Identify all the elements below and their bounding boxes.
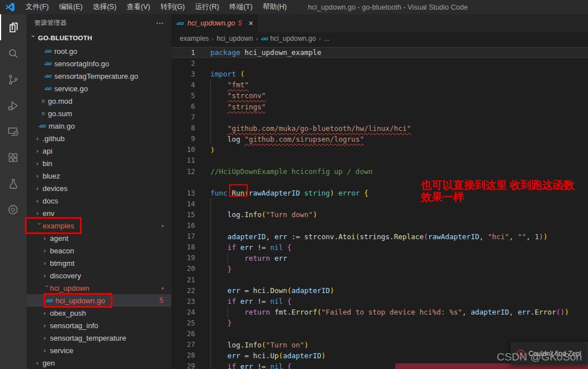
line-number: 13 [171, 189, 195, 197]
tree-item-sensortag_temperature[interactable]: ›sensortag_temperature [27, 332, 171, 344]
code-line-2[interactable]: 2 [171, 58, 588, 69]
menu-s[interactable]: 选择(S) [88, 2, 122, 12]
tree-item-gen[interactable]: ›gen [27, 357, 171, 369]
breadcrumb-item-hci_updown[interactable]: hci_updown [217, 35, 253, 43]
tree-item-go.mod[interactable]: ≡go.mod [27, 95, 171, 107]
search-icon[interactable] [0, 40, 27, 66]
chevron-right-icon: › [36, 160, 43, 167]
code-editor[interactable]: 1package hci_updown_example23import (4 "… [171, 45, 588, 369]
tree-item-obex_push[interactable]: ›obex_push [27, 307, 171, 319]
menu-g[interactable]: 转到(G) [155, 2, 190, 12]
tree-item-label: obex_push [50, 309, 86, 317]
tree-item-bin[interactable]: ›bin [27, 157, 171, 169]
tab-hci-updown[interactable]: -GO hci_updown.go 5 ✕ [171, 14, 258, 32]
code-line-19[interactable]: 19 return err [171, 253, 588, 264]
code-line-15[interactable]: 15 log.Info("Turn down") [171, 209, 588, 220]
explorer-actions-icon[interactable]: ⋯ [156, 18, 164, 27]
tree-item-env[interactable]: ›env [27, 207, 171, 219]
tree-item-beacon[interactable]: ›beacon [27, 244, 171, 257]
code-line-22[interactable]: 22 err = hci.Down(adapterID) [171, 285, 588, 296]
chevron-down-icon: › [44, 285, 50, 291]
tree-item-examples[interactable]: ›examples● [27, 219, 171, 232]
line-number: 16 [171, 222, 195, 230]
line-number: 10 [171, 146, 195, 154]
source-control-icon[interactable] [0, 66, 27, 92]
code-text: "strconv" [210, 91, 266, 100]
code-line-25[interactable]: 25 } [171, 317, 588, 328]
code-line-1[interactable]: 1package hci_updown_example [171, 47, 588, 58]
tree-item-docs[interactable]: ›docs [27, 194, 171, 207]
tree-item-discovery[interactable]: ›discovery [27, 269, 171, 282]
code-line-23[interactable]: 23 if err != nil { [171, 296, 588, 307]
breadcrumb-item-hci_updown.go[interactable]: hci_updown.go [270, 35, 316, 43]
code-line-4[interactable]: 4 "fmt" [171, 79, 588, 90]
tree-item-sensortag_info[interactable]: ›sensortag_info [27, 319, 171, 332]
code-line-12[interactable]: 12//HciUpDownExample hciconfig up / down [171, 166, 588, 177]
menu-e[interactable]: 编辑(E) [54, 2, 88, 12]
chevron-right-icon: › [44, 273, 50, 279]
tree-item-label: bin [43, 159, 52, 168]
tree-item-sensortagTemperature.go[interactable]: -GOsensortagTemperature.go [27, 70, 171, 82]
code-line-6[interactable]: 6 "strings" [171, 101, 588, 112]
tree-item-main.go[interactable]: -GOmain.go [27, 120, 171, 132]
line-number: 7 [171, 113, 195, 121]
tree-item-go.sum[interactable]: ≡go.sum [27, 107, 171, 120]
indent-guide [227, 307, 228, 317]
tree-item-service.go[interactable]: -GOservice.go [27, 82, 171, 95]
workspace-root[interactable]: › GO-BLUETOOTH [27, 31, 171, 45]
link-extension-icon[interactable] [0, 197, 27, 223]
code-lines: 1package hci_updown_example23import (4 "… [171, 47, 588, 369]
tree-item-root.go[interactable]: -GOroot.go [27, 45, 171, 57]
menu-f[interactable]: 文件(F) [20, 2, 54, 12]
tab-error-count: 5 [238, 19, 242, 27]
menu-h[interactable]: 帮助(H) [257, 2, 291, 12]
line-number: 15 [171, 211, 195, 219]
explorer-icon[interactable] [0, 14, 27, 40]
run-debug-icon[interactable] [0, 92, 27, 118]
tree-item-btmgmt[interactable]: ›btmgmt [27, 257, 171, 269]
tree-item-label: beacon [50, 247, 74, 255]
line-number: 27 [171, 341, 195, 349]
breadcrumb-item-...[interactable]: ... [324, 35, 329, 43]
code-line-5[interactable]: 5 "strconv" [171, 90, 588, 101]
breadcrumb-item-examples[interactable]: examples [180, 35, 209, 43]
code-line-26[interactable]: 26 [171, 328, 588, 339]
line-number: 26 [171, 330, 195, 338]
chevron-right-icon: › [44, 310, 50, 316]
tree-item-hci_updown.go[interactable]: -GOhci_updown.go5 [27, 294, 171, 307]
code-line-11[interactable]: 11 [171, 155, 588, 166]
code-text: //HciUpDownExample hciconfig up / down [210, 167, 373, 176]
menu-v[interactable]: 查看(V) [121, 2, 155, 12]
tree-item-agent[interactable]: ›agent [27, 232, 171, 244]
code-line-3[interactable]: 3import ( [171, 69, 588, 79]
code-line-7[interactable]: 7 [171, 112, 588, 123]
code-text: return err [210, 254, 287, 262]
vscode-logo-icon[interactable] [5, 2, 15, 12]
testing-icon[interactable] [0, 171, 27, 197]
tree-item-label: service.go [54, 84, 88, 93]
tree-item-bluez[interactable]: ›bluez [27, 169, 171, 182]
code-line-18[interactable]: 18 if err != nil { [171, 242, 588, 253]
tree-item-api[interactable]: ›api [27, 145, 171, 157]
tree-item-sensortagInfo.go[interactable]: -GOsensortagInfo.go [27, 57, 171, 70]
tree-item-hci_updown[interactable]: ›hci_updown● [27, 282, 171, 294]
code-line-20[interactable]: 20 } [171, 264, 588, 274]
extensions-icon[interactable] [0, 145, 27, 171]
tree-item-devices[interactable]: ›devices [27, 182, 171, 194]
code-line-9[interactable]: 9 log "github.com/sirupsen/logrus" [171, 134, 588, 145]
tree-item-service[interactable]: ›service [27, 344, 171, 357]
code-text: "fmt" [210, 80, 249, 89]
tree-item-.github[interactable]: ›.github [27, 132, 171, 145]
go-file-icon: -GO [44, 61, 52, 66]
menu-r[interactable]: 运行(R) [190, 2, 224, 12]
code-line-16[interactable]: 16 [171, 220, 588, 231]
line-number: 28 [171, 351, 195, 359]
code-line-17[interactable]: 17 adapterID, err := strconv.Atoi(string… [171, 231, 588, 242]
close-icon[interactable]: ✕ [248, 20, 253, 27]
code-line-10[interactable]: 10) [171, 145, 588, 155]
remote-explorer-icon[interactable] [0, 118, 27, 145]
code-line-21[interactable]: 21 [171, 274, 588, 285]
code-line-24[interactable]: 24 return fmt.Errorf("Failed to stop dev… [171, 307, 588, 317]
menu-t[interactable]: 终端(T) [224, 2, 257, 12]
code-line-8[interactable]: 8 "github.com/muka/go-bluetooth/hw/linux… [171, 123, 588, 134]
